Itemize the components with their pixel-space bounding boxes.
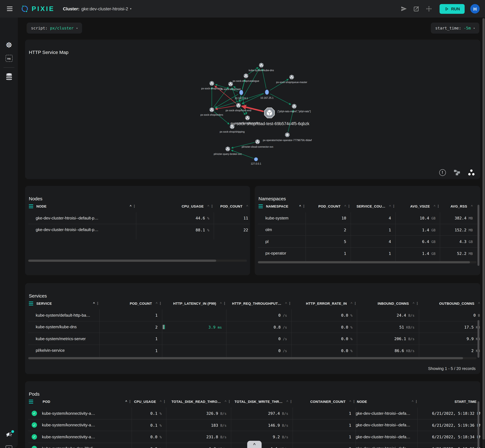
service-map-node-query-broker[interactable] [226,147,230,151]
service-map-node-pl-nats[interactable] [292,104,296,108]
column-menu-icon[interactable]: ⋮ [133,204,136,208]
edit-script-icon[interactable] [413,5,420,13]
horizontal-scrollbar[interactable] [28,260,247,262]
sort-caret-icon[interactable]: ^ [125,400,127,403]
column-menu-icon[interactable]: ⋮ [288,302,292,305]
column-header[interactable]: TOTAL_DISK_WRITE_THR…^⋮ [232,396,293,408]
sort-caret-icon[interactable]: ^ [225,400,227,403]
sidebar-item-announcements[interactable] [0,431,18,439]
vertical-scrollbar[interactable] [477,205,479,266]
sort-caret-icon[interactable]: ^ [344,204,346,208]
avatar[interactable]: H [470,4,480,14]
service-map-node-user[interactable] [228,82,233,86]
table-row[interactable]: kube-system/metrics-server10/s0.0%206.1B… [28,333,480,344]
column-menu-icon[interactable]: ⋮ [302,204,306,208]
sort-caret-icon[interactable]: ^ [286,400,288,403]
sort-caret-icon[interactable]: ^ [349,400,351,403]
hamburger-menu-icon[interactable] [7,7,13,11]
column-header[interactable]: SERVICE^⋮ [36,297,100,309]
cluster-selector[interactable]: Cluster: gke:dev-cluster-htroisi-2 ▾ [63,6,132,11]
table-row[interactable]: gke-dev-cluster-htroisi--default-p…88.1%… [28,224,250,235]
service-map-node-kube-dns[interactable] [259,63,264,67]
table-menu-icon[interactable] [29,302,33,305]
sort-caret-icon[interactable]: ^ [412,400,414,403]
column-header[interactable]: SERVICE_COU…^⋮ [351,200,396,212]
column-menu-icon[interactable]: ⋮ [223,302,227,305]
table-row[interactable]: kube-system/kube-dns23.9ms0.8/s0.0%51KB/… [28,321,480,333]
vertical-scrollbar[interactable] [477,320,479,358]
column-menu-icon[interactable]: ⋮ [415,400,418,403]
column-header[interactable]: POD^⋮ [42,396,132,408]
service-map-node-ip25[interactable] [265,90,269,95]
service-map-node-front-end[interactable] [236,103,241,107]
column-header[interactable]: AVG_RSS^ [440,200,478,212]
column-menu-icon[interactable]: ⋮ [352,400,356,403]
run-button[interactable]: RUN [439,4,465,14]
column-header[interactable]: POD_COUNT^⋮ [306,200,351,212]
service-map-node-ip127[interactable] [254,158,258,161]
sort-caret-icon[interactable]: ^ [93,302,95,305]
table-row[interactable]: pl546.4GB4.3GB [258,235,480,247]
column-menu-icon[interactable]: ⋮ [353,302,357,305]
column-header[interactable]: CONTAINER_COUNT^⋮ [293,396,356,408]
script-selector[interactable]: script: px/cluster ▾ [27,23,82,33]
column-header[interactable]: NAMESPACE^⋮ [265,200,306,212]
move-widgets-icon[interactable] [425,5,433,13]
table-menu-icon[interactable] [29,400,33,404]
column-header[interactable]: NODE^⋮ [36,200,137,212]
sort-caret-icon[interactable]: ^ [220,302,222,305]
sort-caret-icon[interactable]: ^ [351,302,352,305]
service-map-node-payment[interactable] [245,116,250,120]
table-row[interactable]: kube-system10410.4GB382.4MB [258,212,480,224]
table-row[interactable]: pl/kelvin-service10/s0.0%86.6KB/s2KB [28,344,480,356]
column-menu-icon[interactable]: ⋮ [163,400,166,403]
sort-caret-icon[interactable]: ^ [471,204,473,208]
sort-caret-icon[interactable]: ^ [478,302,480,305]
column-menu-icon[interactable]: ⋮ [128,400,132,403]
column-header[interactable]: HTTP_REQ_THROUGHPUT…^⋮ [227,297,292,309]
table-row[interactable]: kube-system/default-http-ba…10/s0.0%24.4… [28,309,480,321]
sort-caret-icon[interactable]: ^ [299,204,301,208]
pixie-logo[interactable]: PIXIE [21,5,55,13]
service-map-node-catalogue[interactable] [244,73,248,78]
sort-caret-icon[interactable]: ^ [156,302,158,305]
service-map-node-queue-master[interactable] [289,75,294,79]
column-header[interactable]: START_TIME^ [419,396,480,408]
column-menu-icon[interactable]: ⋮ [289,400,293,403]
service-map-node-orders[interactable] [210,107,214,112]
column-menu-icon[interactable]: ⋮ [96,302,100,305]
service-map-graph[interactable]: kube-system/kube-dnspx-sock-shop/catalog… [25,40,480,179]
sidebar-item-data[interactable] [0,73,18,81]
sort-caret-icon[interactable]: ^ [434,204,436,208]
hierarchy-layout-icon[interactable] [453,169,460,176]
sort-caret-icon[interactable]: ^ [160,400,162,403]
scroll-top-button[interactable]: ^ [247,441,262,448]
page-scrollbar[interactable] [483,18,485,448]
service-map-node-ip24[interactable] [240,90,243,95]
sort-caret-icon[interactable]: ^ [413,302,415,305]
horizontal-scrollbar[interactable] [28,357,477,359]
column-header[interactable]: HTTP_LATENCY_IN (P99)^⋮ [163,297,227,309]
column-header[interactable]: INBOUND_CONNS^⋮ [358,297,420,309]
sort-caret-icon[interactable]: ^ [285,302,287,305]
column-menu-icon[interactable]: ⋮ [437,204,440,208]
sort-caret-icon[interactable]: ^ [246,204,248,208]
vertical-scrollbar[interactable] [477,401,479,448]
horizontal-scrollbar[interactable] [258,261,477,263]
column-header[interactable]: POD_COUNT^⋮ [100,297,163,309]
column-menu-icon[interactable]: ⋮ [158,302,162,305]
column-menu-icon[interactable]: ⋮ [210,204,214,208]
table-row[interactable]: gke-dev-cluster-htroisi--default-p…44.6%… [28,212,250,224]
column-header[interactable]: HTTP_ERROR_RATE_IN^⋮ [292,297,358,309]
service-map-node-cloud-connector[interactable] [255,139,260,144]
column-menu-icon[interactable]: ⋮ [415,302,419,305]
sort-caret-icon[interactable]: ^ [130,204,132,208]
table-menu-icon[interactable] [29,204,33,208]
column-header[interactable]: CPU_USAGE^⋮ [137,200,214,212]
column-header[interactable]: OUTBOUND_CONNS^ [420,297,480,309]
sidebar-item-namespaces[interactable]: ns [0,55,18,62]
column-menu-icon[interactable]: ⋮ [347,204,351,208]
table-row[interactable]: ✓kube-system/konnectivity-a…0.1%183B/s14… [28,419,480,431]
column-header[interactable]: AVG_VSIZE^⋮ [396,200,440,212]
cluster-layout-icon[interactable] [468,169,475,176]
